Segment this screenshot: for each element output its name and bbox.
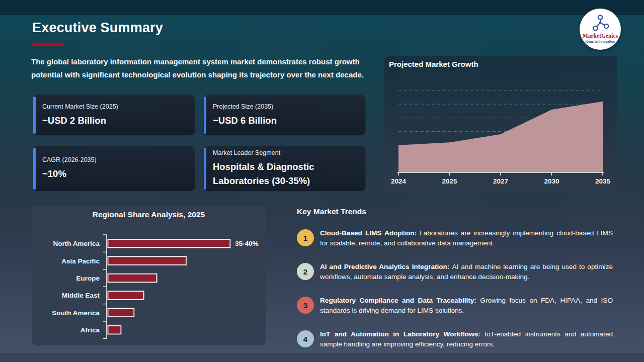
key-market-trends-section: Key Market Trends 1Cloud-Based LIMS Adop… [297, 207, 613, 349]
trend-item: 2AI and Predictive Analytics Integration… [297, 262, 613, 282]
bar [108, 326, 121, 334]
bar-category-label: Middle East [62, 292, 100, 299]
trend-heading: Cloud-Based LIMS Adoption: [320, 229, 420, 237]
area-series [398, 102, 603, 172]
molecule-icon [591, 14, 610, 32]
trend-heading: AI and Predictive Analytics Integration: [320, 263, 452, 270]
trend-list: 1Cloud-Based LIMS Adoption: Laboratories… [297, 228, 613, 349]
x-axis-tick-label: 2027 [493, 177, 508, 185]
stat-card: Market Leader SegmentHospitals & Diagnos… [203, 146, 366, 192]
stat-card-value: Hospitals & Diagnostic Laboratories (30-… [213, 160, 357, 188]
stat-card-accent-bar [204, 148, 206, 190]
stat-card-value: ~10% [42, 167, 187, 181]
bar-category-label: Asia Pacific [61, 257, 100, 265]
bar [108, 256, 186, 264]
stat-card: CAGR (2026-2035)~10% [33, 146, 195, 192]
projected-market-growth-panel: Projected Market Growth 2024202520272030… [384, 56, 617, 190]
projected-market-growth-area-chart: 20242025202720302035 [384, 56, 617, 190]
stat-card-value: ~USD 2 Billion [42, 114, 187, 128]
trend-heading: Regulatory Compliance and Data Traceabil… [320, 297, 480, 304]
bottom-band [0, 353, 644, 362]
trend-number-badge: 1 [297, 229, 314, 246]
executive-summary-slide: Executive Summary MarketGenics Ideas to … [0, 0, 644, 362]
intro-paragraph: The global laboratory information manage… [31, 55, 369, 82]
stat-card-label: Projected Size (2035) [213, 103, 357, 110]
trend-item: 4IoT and Automation in Laboratory Workfl… [297, 329, 613, 349]
bar [108, 309, 134, 317]
bar [108, 291, 144, 300]
stat-card: Projected Size (2035)~USD 6 Billion [203, 95, 366, 136]
trend-item: 3Regulatory Compliance and Data Traceabi… [297, 296, 613, 315]
stat-card-value: ~USD 6 Billion [213, 114, 357, 128]
regional-chart-title: Regional Share Analysis, 2025 [32, 206, 266, 219]
trend-text: Cloud-Based LIMS Adoption: Laboratories … [320, 228, 613, 248]
trend-item: 1Cloud-Based LIMS Adoption: Laboratories… [297, 228, 613, 248]
bar-category-label: Africa [80, 326, 100, 334]
bar [108, 239, 230, 248]
trend-number-badge: 3 [297, 297, 314, 314]
logo-tagline: Ideas to Innovation [585, 39, 615, 44]
marketgenics-logo: MarketGenics Ideas to Innovation [580, 9, 621, 50]
x-axis-tick-label: 2035 [595, 177, 611, 185]
stat-card-grid: Current Market Size (2025)~USD 2 Billion… [33, 95, 366, 192]
top-band [0, 0, 644, 15]
stat-card-label: Market Leader Segment [213, 149, 357, 156]
stat-card-label: CAGR (2026-2035) [42, 156, 187, 163]
page-title: Executive Summary [32, 20, 163, 36]
bar-category-label: South America [52, 309, 100, 317]
bar-category-label: Europe [76, 275, 100, 282]
trend-text: Regulatory Compliance and Data Traceabil… [320, 296, 613, 315]
stat-card-accent-bar [204, 97, 206, 134]
stat-card-label: Current Market Size (2025) [42, 103, 187, 110]
trend-text: IoT and Automation in Laboratory Workflo… [320, 329, 613, 349]
bar-category-label: North America [53, 240, 100, 247]
trend-number-badge: 4 [297, 330, 314, 347]
x-axis-tick-label: 2025 [442, 177, 457, 185]
stat-card-accent-bar [33, 97, 36, 134]
x-axis-tick-label: 2030 [544, 177, 559, 185]
trend-number-badge: 2 [297, 263, 314, 280]
trends-title: Key Market Trends [297, 207, 613, 216]
regional-share-bar-chart: North America35-40%Asia PacificEuropeMid… [32, 224, 266, 345]
regional-share-panel: Regional Share Analysis, 2025 North Amer… [32, 206, 266, 345]
bar-value-label: 35-40% [235, 240, 259, 247]
stat-card: Current Market Size (2025)~USD 2 Billion [33, 95, 195, 136]
title-underline [32, 43, 64, 46]
stat-card-accent-bar [33, 148, 36, 190]
x-axis-tick-label: 2024 [391, 177, 407, 185]
logo-brand-text: MarketGenics [583, 33, 618, 39]
bar [108, 274, 157, 283]
trend-text: AI and Predictive Analytics Integration:… [320, 262, 613, 282]
trend-heading: IoT and Automation in Laboratory Workflo… [320, 330, 485, 338]
